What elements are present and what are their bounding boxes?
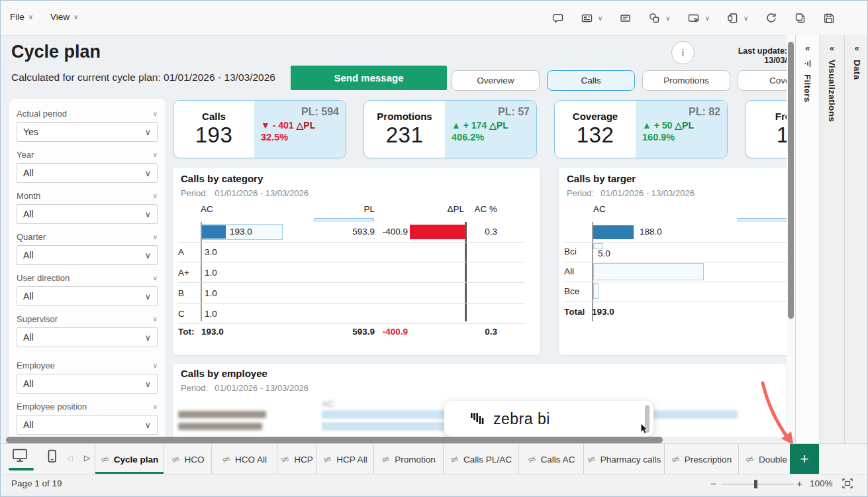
filter-header-supervisor[interactable]: Supervisor∨ <box>17 313 158 325</box>
zoom-out-button[interactable]: − <box>710 478 716 489</box>
send-message-button[interactable]: Send message <box>291 66 447 90</box>
tab-calls-pl-ac[interactable]: Calls PL/AC <box>444 444 519 474</box>
filter-dropdown-supervisor[interactable]: All∨ <box>17 327 158 347</box>
present-button[interactable]: ∨ <box>581 12 603 25</box>
prev-page-button[interactable]: ◁ <box>67 453 73 463</box>
view-menu[interactable]: View ∨ <box>50 12 78 22</box>
filters-pane-collapsed[interactable]: « Filters <box>795 35 819 443</box>
data-pane-collapsed[interactable]: « Data <box>844 35 868 443</box>
add-page-button[interactable]: + <box>790 444 819 474</box>
chevron-down-icon: ∨ <box>144 168 151 178</box>
filter-dropdown-quarter[interactable]: All∨ <box>17 245 158 265</box>
zoom-slider-thumb[interactable] <box>754 480 757 488</box>
filter-dropdown-employee-position[interactable]: All∨ <box>17 415 158 435</box>
chevron-down-icon: ∨ <box>144 127 151 137</box>
calls-by-target-card[interactable]: Calls by targer Period: 01/01/2026 - 13/… <box>559 168 787 355</box>
info-button[interactable]: i <box>671 41 695 64</box>
gridline <box>564 282 787 282</box>
tab-hco-all[interactable]: HCO All <box>212 444 277 474</box>
desktop-view-button[interactable] <box>11 448 30 467</box>
visual-period: Period: 01/01/2026 - 13/03/2026 <box>181 383 309 393</box>
kpi-card-coverage[interactable]: Coverage 132 PL: 82 ▲ + 50 △PL 160.9% <box>554 100 728 158</box>
overlay-scrollbar[interactable] <box>645 405 650 433</box>
filter-header-employee-position[interactable]: Employee position∨ <box>17 401 158 412</box>
filter-dropdown-employee[interactable]: All∨ <box>17 374 158 394</box>
filter-dropdown-year[interactable]: All∨ <box>17 163 158 183</box>
chevron-down-icon: ∨ <box>153 362 158 369</box>
visualizations-pane-collapsed[interactable]: « Visualizations <box>820 35 844 443</box>
zoom-in-button[interactable]: + <box>796 478 802 489</box>
chevron-down-icon: ∨ <box>153 315 158 323</box>
column-header-dpl: ΔPL <box>428 204 464 214</box>
nav-button-coverage[interactable]: Cover <box>738 70 787 91</box>
filter-dropdown-month[interactable]: All∨ <box>17 204 158 224</box>
filter-header-month[interactable]: Month∨ <box>17 190 158 201</box>
top-menubar: File ∨ View ∨ ∨ ∨ ∨ <box>1 1 868 36</box>
kpi-card-calls[interactable]: Calls 193 PL: 594 ▼ - 401 △PL 32.5% <box>173 100 346 158</box>
filter-header-year[interactable]: Year∨ <box>17 149 158 160</box>
kpi-dpl-label: △PL <box>675 120 694 131</box>
tab-hcp[interactable]: HCP <box>277 444 317 474</box>
chevron-down-icon: ∨ <box>744 15 748 22</box>
filter-dropdown-actual-period[interactable]: Yes∨ <box>17 122 158 142</box>
next-page-button[interactable]: ▷ <box>84 453 90 463</box>
period-label: Period: <box>567 188 594 198</box>
tab-calls-ac[interactable]: Calls AC <box>519 444 584 474</box>
tab-hcp-all[interactable]: HCP All <box>317 444 374 474</box>
tab-cycle-plan[interactable]: Cycle plan <box>95 444 164 474</box>
calls-by-category-card[interactable]: Calls by category Period: 01/01/2026 - 1… <box>173 168 540 355</box>
page-button[interactable]: ∨ <box>726 12 748 25</box>
save-button[interactable] <box>823 12 836 25</box>
visual-pointer-icon <box>687 12 700 25</box>
summary-ac-value: 188.0 <box>640 227 662 237</box>
period-label: Period: <box>181 383 208 393</box>
pl-scale-bar <box>314 218 374 221</box>
comment-button[interactable] <box>552 12 564 25</box>
tab-pharmacy-calls[interactable]: Pharmacy calls <box>584 444 665 474</box>
nav-button-calls[interactable]: Calls <box>547 70 635 91</box>
page-copy-icon <box>726 12 739 25</box>
kpi-plan: PL: 594 <box>261 105 339 119</box>
column-header-pl: PL <box>338 204 375 214</box>
filter-header-actual-period[interactable]: Actual period∨ <box>17 108 158 119</box>
vertical-scrollbar[interactable] <box>788 42 794 319</box>
nav-button-promotions[interactable]: Promotions <box>642 70 730 91</box>
tab-prescription[interactable]: Prescription <box>665 444 739 474</box>
period-value: 01/01/2026 - 13/03/2026 <box>215 383 309 393</box>
filter-label: Employee <box>17 360 55 370</box>
horizontal-scrollbar[interactable] <box>6 437 663 443</box>
refresh-button[interactable] <box>765 12 777 25</box>
fit-to-page-icon <box>842 478 853 489</box>
file-menu[interactable]: File ∨ <box>10 12 33 22</box>
filter-header-employee[interactable]: Employee∨ <box>17 360 158 371</box>
row-label: B <box>178 288 201 298</box>
summary-acpct-value: 0.3 <box>469 227 497 237</box>
filter-header-user-direction[interactable]: User direction∨ <box>17 272 158 284</box>
textbox-button[interactable] <box>619 12 632 25</box>
summary-pl-value: 593.9 <box>338 227 375 237</box>
tab-label: Promotion <box>395 455 436 465</box>
chevron-down-icon: ∨ <box>153 151 158 158</box>
nav-button-overview[interactable]: Overview <box>452 70 540 91</box>
fit-to-page-button[interactable] <box>842 478 853 491</box>
total-pl: 593.9 <box>338 327 375 337</box>
kpi-title: Freq <box>775 111 787 122</box>
tab-promotion[interactable]: Promotion <box>374 444 444 474</box>
kpi-left: Promotions 231 <box>364 101 445 158</box>
mobile-view-button[interactable] <box>46 449 58 467</box>
filter-dropdown-user-direction[interactable]: All∨ <box>17 286 158 306</box>
tab-hco[interactable]: HCO <box>164 444 212 474</box>
kpi-delta-value: + 174 <box>463 120 487 131</box>
chevron-down-icon: ∨ <box>73 13 78 21</box>
zoom-slider-track[interactable] <box>721 484 794 485</box>
filter-header-quarter[interactable]: Quarter∨ <box>17 231 158 243</box>
shapes-button[interactable]: ∨ <box>648 12 670 25</box>
duplicate-button[interactable] <box>794 12 806 25</box>
kpi-card-promotions[interactable]: Promotions 231 PL: 57 ▲ + 174 △PL 406.2% <box>363 100 537 158</box>
blurred-bar <box>322 422 446 431</box>
visual-button[interactable]: ∨ <box>687 12 710 25</box>
tab-double[interactable]: Double <box>739 444 790 474</box>
kpi-card-freq[interactable]: Freq 1. <box>745 100 787 158</box>
textbox-icon <box>619 12 632 25</box>
dpl-negative-bar <box>410 225 465 239</box>
